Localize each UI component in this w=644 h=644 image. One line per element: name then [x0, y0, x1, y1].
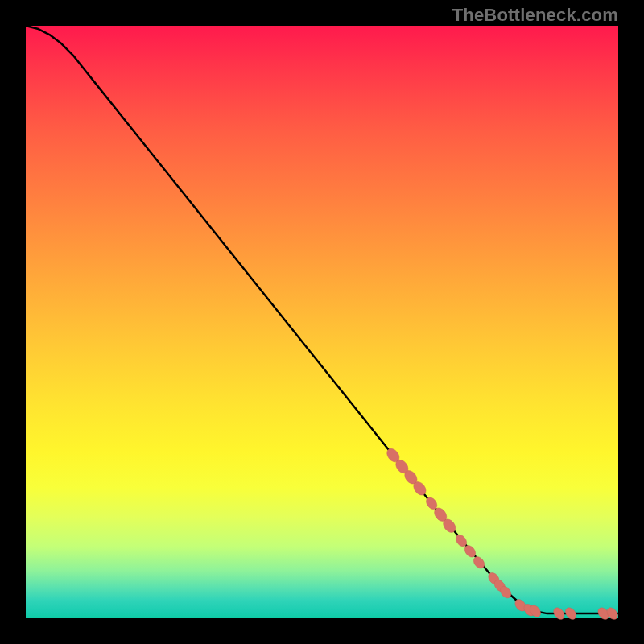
data-markers: [385, 446, 620, 621]
watermark-text: TheBottleneck.com: [452, 5, 618, 26]
chart-svg: [26, 26, 618, 618]
bottleneck-curve: [26, 26, 618, 613]
chart-frame: TheBottleneck.com: [0, 0, 644, 644]
